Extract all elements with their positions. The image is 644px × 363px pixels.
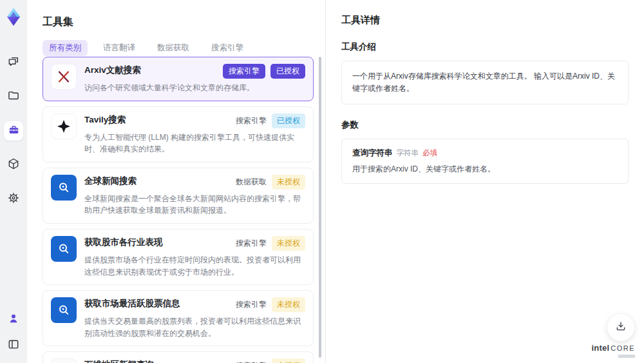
tool-description: 全球新闻搜索是一个聚合全球各大新闻网站内容的搜索引擎，帮助用户快速获取全球最新资… bbox=[84, 193, 305, 217]
tool-auth-badge: 已授权 bbox=[272, 113, 305, 128]
intro-text: 一个用于从Arxiv存储库搜索科学论文和文章的工具。 输入可以是Arxiv ID… bbox=[352, 72, 615, 93]
tool-category-tag: 数据获取 bbox=[236, 177, 267, 188]
page-title: 工具集 bbox=[43, 15, 325, 29]
list-scrollbar[interactable] bbox=[319, 57, 321, 358]
sidebar bbox=[0, 0, 27, 363]
tab-all-categories[interactable]: 所有类别 bbox=[43, 40, 88, 56]
chat-icon bbox=[7, 55, 20, 70]
tool-title: Arxiv文献搜索 bbox=[84, 64, 141, 76]
tool-category-tag: 搜索引擎 bbox=[236, 238, 267, 249]
tool-category-tag: 搜索引擎 bbox=[223, 64, 265, 79]
app-logo-gem-icon bbox=[5, 6, 23, 27]
category-tabs: 所有类别 语言翻译 数据获取 搜索引擎 bbox=[43, 40, 325, 56]
tool-title: 万维地区新闻查询 bbox=[84, 358, 154, 363]
tool-card[interactable]: Arxiv文献搜索 搜索引擎 已授权 访问各个研究领域大量科学论文和文章的存储库… bbox=[43, 57, 314, 101]
tool-title: 获取市场最活跃股票信息 bbox=[84, 297, 180, 309]
download-button[interactable] bbox=[607, 314, 634, 341]
settings-gear-icon bbox=[7, 191, 20, 207]
tab-language-translation[interactable]: 语言翻译 bbox=[97, 40, 142, 56]
tool-category-tag: 搜索引擎 bbox=[236, 299, 267, 310]
tool-auth-badge: 未授权 bbox=[272, 297, 305, 312]
tool-icon bbox=[51, 297, 77, 323]
tool-description: 提供当天交易量最高的股票列表，投资者可以利用这些信息来识别流动性强的股票和潜在的… bbox=[84, 315, 305, 339]
details-panel: 工具详情 工具介绍 一个用于从Arxiv存储库搜索科学论文和文章的工具。 输入可… bbox=[325, 0, 644, 363]
tools-panel: 工具集 所有类别 语言翻译 数据获取 搜索引擎 bbox=[27, 0, 325, 363]
intel-core-logo: intelcore bbox=[591, 342, 635, 358]
package-icon bbox=[7, 157, 20, 173]
tool-auth-badge: 未授权 bbox=[272, 175, 305, 190]
collapse-sidebar-button[interactable] bbox=[4, 336, 23, 355]
tool-icon bbox=[51, 236, 77, 262]
intro-box: 一个用于从Arxiv存储库搜索科学论文和文章的工具。 输入可以是Arxiv ID… bbox=[341, 61, 629, 104]
tool-card[interactable]: 全球新闻搜索 数据获取 未授权 全球新闻搜索是一个聚合全球各大新闻网站内容的搜索… bbox=[43, 168, 314, 224]
tool-category-tag: 搜索引擎 bbox=[236, 115, 267, 126]
tool-icon bbox=[51, 64, 77, 90]
user-avatar-icon bbox=[7, 312, 20, 328]
tool-card[interactable]: 万维地区新闻查询 搜索引擎 未授权 查询具体行政区划内的新闻，快速了解各地新闻动… bbox=[43, 351, 314, 363]
intro-heading: 工具介绍 bbox=[341, 41, 629, 53]
intel-core-sub-badge bbox=[618, 355, 635, 358]
tool-icon bbox=[51, 175, 77, 201]
tool-title: Tavily搜索 bbox=[84, 113, 126, 126]
param-type: 字符串 bbox=[397, 148, 419, 158]
param-description: 用于搜索的Arxiv ID、关键字或作者姓名。 bbox=[352, 164, 618, 175]
toolbox-icon bbox=[8, 124, 20, 139]
tool-description: 提供股票市场各个行业在特定时间段内的表现。投资者可以利用这些信息来识别表现优于或… bbox=[84, 254, 305, 278]
tool-title: 获取股市各行业表现 bbox=[84, 236, 163, 248]
tool-category-tag: 搜索引擎 bbox=[236, 360, 267, 363]
sidebar-item-files[interactable] bbox=[4, 87, 23, 106]
sidebar-item-settings[interactable] bbox=[4, 190, 23, 209]
param-name: 查询字符串 bbox=[352, 148, 393, 159]
details-title: 工具详情 bbox=[341, 14, 629, 26]
tool-auth-badge: 已授权 bbox=[270, 64, 305, 79]
tool-description: 专为人工智能代理 (LLM) 构建的搜索引擎工具，可快速提供实时、准确和真实的结… bbox=[84, 132, 305, 155]
tool-title: 全球新闻搜索 bbox=[84, 175, 137, 187]
sidebar-item-tools[interactable] bbox=[4, 121, 23, 141]
sidebar-item-chat[interactable] bbox=[4, 53, 23, 72]
param-box: 查询字符串 字符串 必填 用于搜索的Arxiv ID、关键字或作者姓名。 bbox=[341, 139, 629, 184]
tool-card[interactable]: 获取市场最活跃股票信息 搜索引擎 未授权 提供当天交易量最高的股票列表，投资者可… bbox=[43, 290, 314, 346]
tab-data-acquisition[interactable]: 数据获取 bbox=[151, 40, 196, 56]
tool-auth-badge: 未授权 bbox=[272, 236, 305, 251]
params-heading: 参数 bbox=[341, 119, 629, 131]
folder-icon bbox=[7, 89, 20, 104]
download-icon bbox=[615, 320, 627, 335]
user-avatar[interactable] bbox=[4, 310, 23, 329]
collapse-panel-icon bbox=[7, 338, 20, 353]
tool-icon bbox=[51, 358, 77, 363]
tool-description: 访问各个研究领域大量科学论文和文章的存储库。 bbox=[84, 82, 305, 94]
tab-search-engine[interactable]: 搜索引擎 bbox=[205, 40, 250, 56]
sidebar-item-packages[interactable] bbox=[4, 155, 23, 175]
tool-icon bbox=[51, 113, 77, 139]
tool-list: Arxiv文献搜索 搜索引擎 已授权 访问各个研究领域大量科学论文和文章的存储库… bbox=[43, 57, 314, 363]
tool-card[interactable]: 获取股市各行业表现 搜索引擎 未授权 提供股票市场各个行业在特定时间段内的表现。… bbox=[43, 229, 314, 285]
param-required-badge: 必填 bbox=[422, 148, 437, 158]
tool-card[interactable]: Tavily搜索 搜索引擎 已授权 专为人工智能代理 (LLM) 构建的搜索引擎… bbox=[43, 106, 314, 162]
tool-auth-badge: 未授权 bbox=[272, 358, 305, 363]
